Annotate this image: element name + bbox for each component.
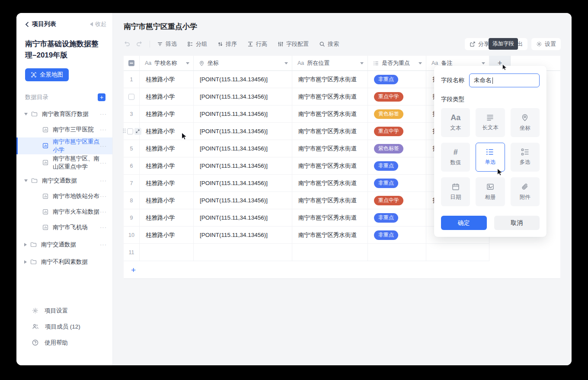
- cell-is-key[interactable]: 非重点: [368, 175, 426, 192]
- cell-is-key[interactable]: 重点中学: [368, 123, 426, 140]
- undo-button[interactable]: [124, 41, 130, 48]
- tag-pill[interactable]: 黄色标签: [374, 109, 403, 119]
- cell-school-name[interactable]: 桂雅路小学: [140, 192, 194, 209]
- row-checkbox[interactable]: [127, 128, 133, 134]
- cell-school-name[interactable]: 桂雅路小学: [140, 123, 194, 140]
- tree-item-sheet[interactable]: 南宁市三甲医院···: [16, 122, 112, 137]
- tree-item-sheet[interactable]: 南宁市邕宁区重点小学···: [16, 137, 112, 154]
- type-card-attachment[interactable]: 附件: [511, 177, 540, 206]
- more-icon[interactable]: ···: [100, 224, 107, 230]
- project-members-item[interactable]: 项目成员 (12): [16, 319, 112, 335]
- column-header-location[interactable]: Aa 所在位置: [292, 56, 368, 71]
- tree-item-sheet[interactable]: 南宁市地铁站分布···: [16, 188, 112, 204]
- cell-location[interactable]: 南宁市邕宁区秀水街道: [292, 209, 368, 227]
- tag-pill[interactable]: 重点中学: [374, 196, 403, 205]
- tag-pill[interactable]: 重点中学: [374, 92, 403, 102]
- tree-item-sheet[interactable]: 南宁市火车站数据···: [16, 204, 112, 220]
- cell-school-name[interactable]: 桂雅路小学: [140, 157, 194, 175]
- type-card-number[interactable]: # 数值: [441, 143, 470, 172]
- tree-item-folder[interactable]: 南宁交通数据···: [16, 237, 112, 252]
- filter-button[interactable]: 筛选: [157, 40, 177, 48]
- tag-pill[interactable]: 非重点: [374, 213, 398, 223]
- back-to-project-list[interactable]: 项目列表: [25, 20, 56, 28]
- type-card-album[interactable]: 相册: [476, 177, 505, 206]
- collapse-sidebar-button[interactable]: 收起: [90, 20, 106, 28]
- cell-is-key[interactable]: 非重点: [368, 209, 426, 227]
- type-card-date[interactable]: 日期: [441, 177, 470, 206]
- column-header-school-name[interactable]: Aa 学校名称: [140, 56, 194, 71]
- cell-coordinate[interactable]: [POINT(115.11,34.13456)]: [194, 192, 292, 209]
- chevron-down-icon[interactable]: [360, 62, 364, 64]
- tree-item-folder[interactable]: 南宁教育医疗数据···: [16, 106, 112, 122]
- cell-school-name[interactable]: 桂雅路小学: [140, 227, 194, 244]
- row-height-button[interactable]: 行高: [247, 40, 267, 48]
- caret-right-icon[interactable]: [24, 243, 27, 246]
- cell-is-key[interactable]: 重点中学: [368, 192, 426, 209]
- tree-item-sheet[interactable]: 南宁市邕宁区、南山区重点中学···: [16, 154, 112, 171]
- cell-school-name[interactable]: 桂雅路小学: [140, 175, 194, 192]
- cell-location[interactable]: 南宁市邕宁区秀水街道: [292, 140, 368, 157]
- tag-pill[interactable]: 紫色标签: [374, 144, 403, 153]
- cell-is-key[interactable]: 紫色标签: [368, 140, 426, 157]
- chevron-down-icon[interactable]: [482, 62, 485, 64]
- cell-school-name[interactable]: 桂雅路小学: [140, 105, 194, 123]
- field-name-input[interactable]: 未命名: [469, 73, 540, 87]
- field-config-button[interactable]: 字段配置: [278, 40, 309, 48]
- more-icon[interactable]: ···: [100, 241, 107, 248]
- more-icon[interactable]: ···: [100, 143, 107, 149]
- row-handle-cell[interactable]: 10: [124, 227, 140, 244]
- more-icon[interactable]: ···: [100, 111, 107, 117]
- search-button[interactable]: 搜索: [319, 40, 339, 48]
- sort-button[interactable]: 排序: [217, 40, 237, 48]
- row-handle-cell[interactable]: 7: [124, 175, 140, 192]
- cell-school-name[interactable]: 桂雅路小学: [140, 71, 194, 88]
- row-handle-cell[interactable]: 5: [124, 140, 140, 157]
- more-icon[interactable]: ···: [100, 160, 107, 166]
- cell-coordinate[interactable]: [POINT(115.11,34.13456)]: [194, 157, 292, 175]
- type-card-single-select[interactable]: 单选: [476, 143, 505, 172]
- tag-pill[interactable]: 重点中学: [374, 127, 403, 136]
- more-icon[interactable]: ···: [100, 208, 107, 215]
- cell-location[interactable]: 南宁市邕宁区秀水街道: [292, 157, 368, 175]
- more-icon[interactable]: ···: [100, 193, 107, 199]
- cell-location[interactable]: 南宁市邕宁区秀水街道: [292, 192, 368, 209]
- cell-coordinate[interactable]: [POINT(115.11,34.13456)]: [194, 123, 292, 140]
- cell-location[interactable]: 南宁市邕宁区秀水街道: [292, 105, 368, 123]
- cell-coordinate[interactable]: [POINT(115.11,34.13456)]: [194, 209, 292, 227]
- tag-pill[interactable]: 非重点: [374, 161, 398, 171]
- row-handle-cell[interactable]: 6: [124, 157, 140, 175]
- drag-handle-icon[interactable]: [123, 128, 126, 134]
- cell-location[interactable]: 南宁市邕宁区秀水街道: [292, 123, 368, 140]
- cell-coordinate[interactable]: [POINT(115.11,34.13456)]: [194, 175, 292, 192]
- cell-location[interactable]: 南宁市邕宁区秀水街道: [292, 88, 368, 105]
- cell-location[interactable]: 南宁市邕宁区秀水街道: [292, 227, 368, 244]
- cell-is-key[interactable]: 黄色标签: [368, 105, 426, 123]
- caret-down-icon[interactable]: [24, 113, 28, 115]
- caret-right-icon[interactable]: [24, 260, 27, 264]
- chevron-down-icon[interactable]: [284, 62, 288, 64]
- cell-is-key[interactable]: 重点中学: [368, 88, 426, 105]
- row-handle-cell[interactable]: [124, 123, 140, 140]
- cell-location[interactable]: 南宁市邕宁区秀水街道: [292, 71, 368, 88]
- cell-coordinate[interactable]: [POINT(115.11,34.13456)]: [194, 227, 292, 244]
- tag-pill[interactable]: 非重点: [374, 75, 398, 84]
- cell-is-key[interactable]: 非重点: [368, 227, 426, 244]
- cell-location[interactable]: 南宁市邕宁区秀水街道: [292, 175, 368, 192]
- cell-is-key[interactable]: 非重点: [368, 157, 426, 175]
- cell-school-name[interactable]: 桂雅路小学: [140, 209, 194, 227]
- chevron-down-icon[interactable]: [186, 62, 189, 64]
- add-catalog-button[interactable]: +: [98, 93, 105, 101]
- row-handle-cell[interactable]: 1: [124, 71, 140, 88]
- cell-school-name[interactable]: 桂雅路小学: [140, 140, 194, 157]
- cell-coordinate[interactable]: [POINT(115.11,34.13456)]: [194, 140, 292, 157]
- panorama-map-button[interactable]: 全景地图: [25, 68, 69, 81]
- row-handle-cell[interactable]: 3: [124, 105, 140, 123]
- group-button[interactable]: 分组: [187, 40, 207, 48]
- cell-school-name[interactable]: 桂雅路小学: [140, 88, 194, 105]
- row-handle-cell[interactable]: 9: [124, 209, 140, 227]
- select-all-checkbox[interactable]: [124, 56, 140, 71]
- type-card-coordinate[interactable]: 坐标: [511, 108, 540, 137]
- project-settings-item[interactable]: 项目设置: [16, 303, 112, 319]
- row-checkbox[interactable]: [128, 94, 134, 100]
- tree-item-folder[interactable]: 南宁交通数据···: [16, 173, 112, 188]
